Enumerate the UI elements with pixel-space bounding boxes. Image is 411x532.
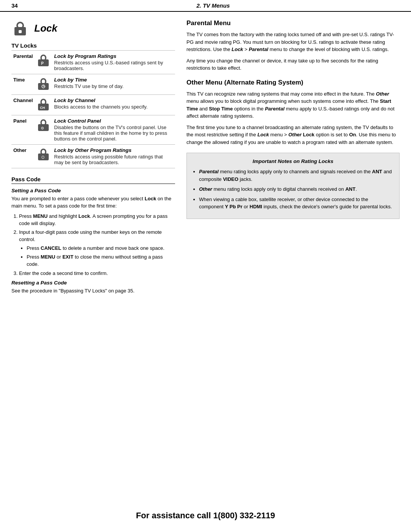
lock-row-content: Lock by TimeRestricts TV use by time of … xyxy=(52,74,175,95)
other-menu-para-2: The first time you tune to a channel bro… xyxy=(186,124,400,146)
notes-bullet-list: Parental menu rating locks apply only to… xyxy=(199,168,393,211)
svg-rect-2 xyxy=(19,30,22,33)
lock-row-icon xyxy=(35,74,52,95)
lock-row-label: Time xyxy=(11,74,35,95)
other-menu-heading: Other Menu (Alternate Rating System) xyxy=(186,79,400,86)
lock-row-label: Channel xyxy=(11,95,35,115)
resetting-pass-code-title: Resetting a Pass Code xyxy=(11,280,175,286)
lock-row-content-title: Lock by Time xyxy=(54,77,173,83)
lock-row-content: Lock by Other Program RatingsRestricts a… xyxy=(52,145,175,168)
lock-title-icon xyxy=(11,19,29,37)
page-wrapper: 34 2. TV Menus Lock TV Locks ParentalPLo… xyxy=(0,0,411,532)
step-2-bullet-1: Press CANCEL to delete a number and move… xyxy=(27,245,175,252)
notes-bullet-3: When viewing a cable box, satellite rece… xyxy=(199,196,393,211)
svg-text:CH: CH xyxy=(40,106,45,110)
lock-row-content-desc: Blocks access to the channels you specif… xyxy=(54,104,173,110)
resetting-pass-code-text: See the procedure in "Bypassing TV Locks… xyxy=(11,288,175,295)
lock-row-content-title: Lock by Other Program Ratings xyxy=(54,147,173,153)
tv-locks-table: ParentalPLock by Program RatingsRestrict… xyxy=(11,50,175,168)
svg-text:P: P xyxy=(41,61,44,66)
notes-bullet-2: Other menu rating locks apply only to di… xyxy=(199,185,393,193)
lock-row-content-desc: Restricts TV use by time of day. xyxy=(54,83,173,89)
lock-row-label: Panel xyxy=(11,115,35,145)
lock-row-content-title: Lock by Channel xyxy=(54,97,173,103)
tv-locks-heading: TV Locks xyxy=(11,42,175,49)
lock-row: TimeLock by TimeRestricts TV use by time… xyxy=(11,74,175,95)
right-column: Parental Menu The TV comes from the fact… xyxy=(186,19,400,298)
step-2: Input a four-digit pass code using the n… xyxy=(19,229,175,268)
parental-menu-section: Parental Menu The TV comes from the fact… xyxy=(186,19,400,72)
other-menu-section: Other Menu (Alternate Rating System) Thi… xyxy=(186,79,400,146)
lock-row: OtherOLock by Other Program RatingsRestr… xyxy=(11,145,175,168)
lock-row-icon: P xyxy=(35,51,52,74)
header-bar: 34 2. TV Menus xyxy=(0,0,411,12)
step-2-bullet-2: Press MENU or EXIT to close the menu wit… xyxy=(27,254,175,268)
lock-row-content-desc: Restricts access using U.S.-based rating… xyxy=(54,60,173,71)
step-2-bullets: Press CANCEL to delete a number and move… xyxy=(27,245,175,268)
setting-intro-text: You are prompted to enter a pass code wh… xyxy=(11,195,175,210)
notes-box-title: Important Notes on Rating Locks xyxy=(193,158,393,164)
parental-menu-heading: Parental Menu xyxy=(186,19,400,27)
lock-row-content-title: Lock by Program Ratings xyxy=(54,53,173,59)
svg-text:O: O xyxy=(41,155,45,160)
lock-row: ChannelCHLock by ChannelBlocks access to… xyxy=(11,95,175,115)
notes-box: Important Notes on Rating Locks Parental… xyxy=(186,153,400,219)
lock-row-content: Lock by ChannelBlocks access to the chan… xyxy=(52,95,175,115)
lock-title-text: Lock xyxy=(34,22,57,34)
lock-row-content-title: Lock Control Panel xyxy=(54,118,173,124)
lock-row-content-desc: Disables the buttons on the TV's control… xyxy=(54,125,173,142)
lock-title-row: Lock xyxy=(11,19,175,37)
svg-text:⚙: ⚙ xyxy=(41,126,44,130)
parental-menu-para-2: Any time you change the channel or devic… xyxy=(186,57,400,72)
lock-row: Panel⚙Lock Control PanelDisables the but… xyxy=(11,115,175,145)
step-3: Enter the code a second time to confirm. xyxy=(19,270,175,277)
main-content: Lock TV Locks ParentalPLock by Program R… xyxy=(0,12,411,302)
lock-row: ParentalPLock by Program RatingsRestrict… xyxy=(11,51,175,74)
other-menu-para-1: This TV can recognize new rating systems… xyxy=(186,90,400,120)
lock-row-icon: O xyxy=(35,145,52,168)
lock-row-content: Lock Control PanelDisables the buttons o… xyxy=(52,115,175,145)
lock-row-icon: ⚙ xyxy=(35,115,52,145)
lock-row-icon: CH xyxy=(35,95,52,115)
lock-row-label: Other xyxy=(11,145,35,168)
footer: For assistance call 1(800) 332-2119 xyxy=(0,507,411,524)
pass-code-heading: Pass Code xyxy=(11,176,175,184)
lock-row-label: Parental xyxy=(11,51,35,74)
page-number: 34 xyxy=(11,2,27,9)
step-1: Press MENU and highlight Lock. A screen … xyxy=(19,213,175,227)
setting-pass-code-title: Setting a Pass Code xyxy=(11,188,175,193)
notes-bullet-1: Parental menu rating locks apply only to… xyxy=(199,168,393,183)
lock-row-content: Lock by Program RatingsRestricts access … xyxy=(52,51,175,74)
parental-menu-para-1: The TV comes from the factory with the r… xyxy=(186,31,400,53)
footer-text: For assistance call 1(800) 332-2119 xyxy=(136,511,275,520)
pass-code-steps: Press MENU and highlight Lock. A screen … xyxy=(19,213,175,277)
lock-row-content-desc: Restricts access using possible future r… xyxy=(54,154,173,165)
left-column: Lock TV Locks ParentalPLock by Program R… xyxy=(11,19,175,298)
pass-code-section: Pass Code Setting a Pass Code You are pr… xyxy=(11,176,175,295)
chapter-title: 2. TV Menus xyxy=(27,2,400,9)
